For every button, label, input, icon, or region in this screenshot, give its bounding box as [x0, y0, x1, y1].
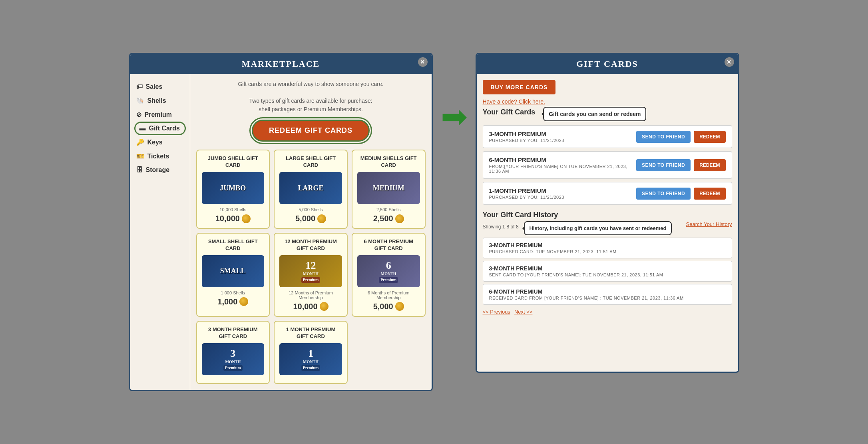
shell-icon: [395, 302, 404, 311]
gift-cards-icon: ▬: [139, 125, 146, 132]
jumbo-image: JUMBO: [202, 172, 265, 204]
6month-price: 5,000: [357, 302, 420, 311]
card-row-2-info: 6-MONTH PREMIUM FROM:[YOUR FRIEND'S NAME…: [489, 156, 637, 174]
giftcards-panel: GIFT CARDS ✕ BUY MORE CARDS Have a code?…: [476, 53, 739, 373]
sales-icon: 🏷: [136, 83, 143, 90]
arrow-container: ➡: [441, 53, 468, 133]
previous-link[interactable]: << Previous: [483, 309, 510, 315]
search-history-link[interactable]: Search Your History: [686, 221, 732, 227]
card-row-1-title: 3-MONTH PREMIUM: [489, 130, 637, 137]
jumbo-price: 10,000: [202, 214, 265, 223]
history-row-2-title: 3-MONTH PREMIUM: [489, 265, 726, 272]
medium-price: 2,500: [357, 214, 420, 223]
medium-title: MEDIUM SHELLS GIFT CARD: [357, 155, 420, 169]
history-row-3: 6-MONTH PREMIUM RECEIVED CARD FROM [YOUR…: [483, 284, 732, 305]
sidebar-item-gift-cards[interactable]: ▬ Gift Cards: [134, 122, 186, 135]
card-row-3-title: 1-MONTH PREMIUM: [489, 187, 637, 194]
send-to-friend-button-3[interactable]: SEND TO FRIEND: [636, 188, 691, 200]
intro-line3: shell packages or Premium Memberships.: [196, 105, 426, 114]
12month-title: 12 MONTH PREMIUM GIFT CARD: [279, 238, 342, 252]
shell-icon: [239, 297, 248, 306]
sidebar-label-sales: Sales: [146, 83, 163, 90]
card-row-1-info: 3-MONTH PREMIUM PURCHASED BY YOU: 11/21/…: [489, 130, 637, 143]
sidebar-item-keys[interactable]: 🔑 Keys: [134, 135, 186, 149]
redeem-button-2[interactable]: REDEEM: [694, 159, 725, 171]
card-row-3-info: 1-MONTH PREMIUM PURCHASED BY YOU: 11/21/…: [489, 187, 637, 200]
12month-sub: 12 Months of Premium Membership: [279, 290, 342, 300]
sidebar-item-tickets[interactable]: 🎫 Tickets: [134, 149, 186, 163]
marketplace-title: MARKETPLACE ✕: [130, 54, 432, 74]
history-row-1-title: 3-MONTH PREMIUM: [489, 242, 726, 248]
card-row-2-actions: SEND TO FRIEND REDEEM: [636, 159, 725, 171]
12month-price: 10,000: [279, 302, 342, 311]
tickets-icon: 🎫: [136, 152, 144, 160]
sidebar-item-storage[interactable]: 🗄 Storage: [134, 163, 186, 177]
3month-image: 3 MONTH Premium: [202, 343, 265, 375]
6month-sub: 6 Months of Premium Membership: [357, 290, 420, 300]
gift-card-3month[interactable]: 3 MONTH PREMIUM GIFT CARD 3 MONTH Premiu…: [196, 321, 270, 384]
redeem-button-3[interactable]: REDEEM: [694, 188, 725, 200]
shell-icon: [395, 214, 404, 223]
history-row-3-title: 6-MONTH PREMIUM: [489, 288, 726, 295]
sidebar-label-keys: Keys: [147, 139, 163, 146]
sidebar-label-storage: Storage: [146, 166, 170, 174]
your-gift-cards-header: Your Gift Cards Gift cards you can send …: [483, 107, 732, 121]
gift-card-row-1: 3-MONTH PREMIUM PURCHASED BY YOU: 11/21/…: [483, 125, 732, 148]
marketplace-main: Gift cards are a wonderful way to show s…: [190, 74, 432, 390]
redeem-gift-cards-button[interactable]: REDEEM GIFT CARDS: [252, 120, 370, 142]
sidebar-item-shells[interactable]: 🐚 Shells: [134, 94, 186, 108]
gift-cards-grid: JUMBO SHELL GIFT CARD JUMBO 10,000 Shell…: [196, 150, 426, 384]
buy-more-cards-button[interactable]: BUY MORE CARDS: [483, 80, 556, 94]
gift-card-large[interactable]: LARGE SHELL GIFT CARD LARGE 5,000 Shells…: [274, 150, 348, 229]
gift-card-6month[interactable]: 6 MONTH PREMIUM GIFT CARD 6 MONTH Premiu…: [352, 233, 426, 317]
history-section-title: Your Gift Card History: [483, 211, 732, 219]
redeem-button-1[interactable]: REDEEM: [694, 131, 725, 143]
large-sub: 5,000 Shells: [279, 207, 342, 212]
card-row-1-sub: PURCHASED BY YOU: 11/21/2023: [489, 138, 637, 143]
have-code-link[interactable]: Have a code? Click here.: [483, 98, 732, 105]
sidebar-item-premium[interactable]: ⊘ Premium: [134, 108, 186, 122]
jumbo-sub: 10,000 Shells: [202, 207, 265, 212]
keys-icon: 🔑: [136, 138, 144, 146]
history-row-3-sub: RECEIVED CARD FROM [YOUR FRIEND'S NAME] …: [489, 296, 726, 300]
shell-icon: [317, 214, 326, 223]
giftcards-title-text: GIFT CARDS: [576, 59, 638, 69]
history-section: Showing 1-8 of 8 History, including gift…: [483, 221, 732, 315]
history-row-1: 3-MONTH PREMIUM PURCHASED CARD: TUE NOVE…: [483, 238, 732, 258]
send-to-friend-button-1[interactable]: SEND TO FRIEND: [636, 131, 691, 143]
gift-card-small[interactable]: SMALL SHELL GIFT CARD SMALL 1,000 Shells…: [196, 233, 270, 317]
gift-card-medium[interactable]: MEDIUM SHELLS GIFT CARD MEDIUM 2,500 She…: [352, 150, 426, 229]
gift-cards-tooltip: Gift cards you can send or redeem: [543, 107, 646, 121]
jumbo-title: JUMBO SHELL GIFT CARD: [202, 155, 265, 169]
sidebar-label-gift-cards: Gift Cards: [149, 125, 180, 132]
marketplace-close-button[interactable]: ✕: [418, 57, 428, 67]
sidebar: 🏷 Sales 🐚 Shells ⊘ Premium ▬ Gift Cards …: [130, 74, 190, 390]
storage-icon: 🗄: [136, 166, 143, 174]
sidebar-item-sales[interactable]: 🏷 Sales: [134, 80, 186, 94]
app-container: MARKETPLACE ✕ 🏷 Sales 🐚 Shells ⊘ Premium: [129, 53, 739, 391]
history-row-2-sub: SENT CARD TO [YOUR FRIEND'S NAME]: TUE N…: [489, 272, 726, 277]
premium-icon: ⊘: [136, 111, 141, 118]
large-price: 5,000: [279, 214, 342, 223]
your-gift-cards-label-text: Your Gift Cards: [483, 108, 536, 116]
shell-icon: [320, 302, 328, 311]
tooltip-text: Gift cards you can send or redeem: [549, 111, 641, 117]
small-image: SMALL: [202, 255, 265, 287]
gift-card-1month[interactable]: 1 MONTH PREMIUM GIFT CARD 1 MONTH Premiu…: [274, 321, 348, 384]
card-row-3-sub: PURCHASED BY YOU: 11/21/2023: [489, 195, 637, 200]
gift-card-12month[interactable]: 12 MONTH PREMIUM GIFT CARD 12 MONTH Prem…: [274, 233, 348, 317]
medium-image: MEDIUM: [357, 172, 420, 204]
large-title: LARGE SHELL GIFT CARD: [279, 155, 342, 169]
large-image: LARGE: [279, 172, 342, 204]
marketplace-title-text: MARKETPLACE: [242, 59, 320, 69]
giftcards-close-button[interactable]: ✕: [725, 57, 734, 67]
intro-line1: Gift cards are a wonderful way to show s…: [196, 80, 426, 88]
send-to-friend-button-2[interactable]: SEND TO FRIEND: [636, 159, 691, 171]
showing-text: Showing 1-8 of 8: [483, 224, 519, 230]
arrow-right: ➡: [441, 101, 468, 133]
intro-line2: Two types of gift cards are available fo…: [196, 97, 426, 105]
next-link[interactable]: Next >>: [514, 309, 533, 315]
gift-card-jumbo[interactable]: JUMBO SHELL GIFT CARD JUMBO 10,000 Shell…: [196, 150, 270, 229]
card-row-2-sub: FROM:[YOUR FRIEND'S NAME] ON TUE NOVEMBE…: [489, 164, 637, 174]
pagination: << Previous Next >>: [483, 309, 732, 315]
